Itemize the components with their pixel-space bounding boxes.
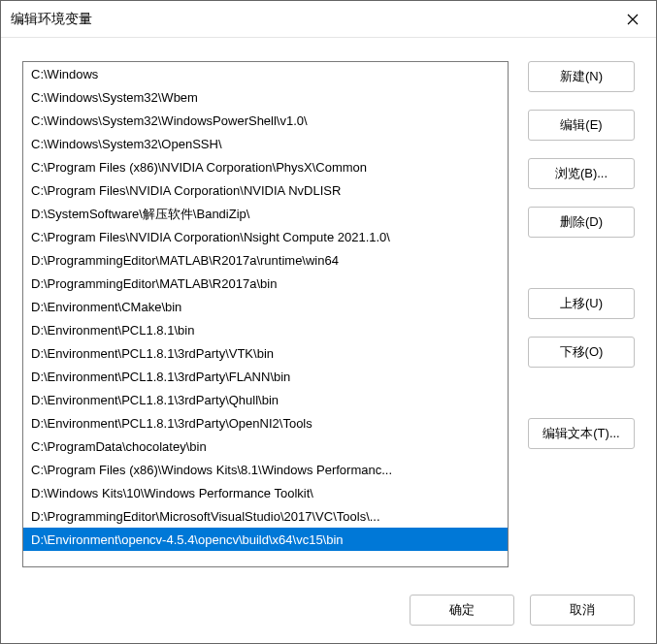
list-item[interactable]: D:\Environment\PCL1.8.1\3rdParty\VTK\bin — [23, 341, 508, 365]
list-item[interactable]: D:\SystemSoftware\解压软件\BandiZip\ — [23, 202, 508, 225]
move-group: 上移(U) 下移(O) — [528, 288, 635, 368]
list-item[interactable]: D:\Environment\CMake\bin — [23, 295, 508, 318]
list-item[interactable]: C:\ProgramData\chocolatey\bin — [23, 435, 508, 458]
list-item[interactable]: C:\Windows\System32\WindowsPowerShell\v1… — [23, 109, 508, 132]
new-button[interactable]: 新建(N) — [528, 61, 635, 92]
list-item[interactable]: D:\Environment\opencv-4.5.4\opencv\build… — [23, 528, 508, 551]
move-up-button[interactable]: 上移(U) — [528, 288, 635, 319]
text-group: 编辑文本(T)... — [528, 418, 635, 449]
list-item[interactable]: D:\Windows Kits\10\Windows Performance T… — [23, 481, 508, 504]
action-buttons-column: 新建(N) 编辑(E) 浏览(B)... 删除(D) 上移(U) 下移(O) 编… — [528, 61, 635, 567]
list-item[interactable]: D:\ProgrammingEditor\MATLAB\R2017a\runti… — [23, 248, 508, 272]
list-item[interactable]: D:\Environment\PCL1.8.1\3rdParty\Qhull\b… — [23, 388, 508, 411]
edit-group: 新建(N) 编辑(E) 浏览(B)... 删除(D) — [528, 61, 635, 238]
close-icon — [627, 14, 639, 25]
list-item[interactable]: D:\Environment\PCL1.8.1\bin — [23, 318, 508, 341]
delete-button[interactable]: 删除(D) — [528, 207, 635, 238]
dialog-footer: 确定 取消 — [1, 581, 656, 643]
list-item[interactable]: C:\Program Files\NVIDIA Corporation\Nsig… — [23, 225, 508, 248]
list-item[interactable]: D:\ProgrammingEditor\MicrosoftVisualStud… — [23, 504, 508, 528]
list-item[interactable]: C:\Windows\System32\Wbem — [23, 85, 508, 109]
list-item[interactable]: C:\Windows\System32\OpenSSH\ — [23, 132, 508, 155]
list-item[interactable]: C:\Windows — [23, 62, 508, 85]
cancel-button[interactable]: 取消 — [530, 595, 635, 626]
ok-button[interactable]: 确定 — [410, 595, 514, 626]
move-down-button[interactable]: 下移(O) — [528, 337, 635, 368]
path-list-container: C:\WindowsC:\Windows\System32\WbemC:\Win… — [22, 61, 509, 567]
list-item[interactable]: C:\Program Files (x86)\Windows Kits\8.1\… — [23, 458, 508, 481]
list-item[interactable]: D:\Environment\PCL1.8.1\3rdParty\OpenNI2… — [23, 411, 508, 435]
edit-text-button[interactable]: 编辑文本(T)... — [528, 418, 635, 449]
list-item[interactable]: C:\Program Files (x86)\NVIDIA Corporatio… — [23, 155, 508, 178]
list-item[interactable]: D:\Environment\PCL1.8.1\3rdParty\FLANN\b… — [23, 365, 508, 388]
path-list[interactable]: C:\WindowsC:\Windows\System32\WbemC:\Win… — [23, 62, 508, 566]
browse-button[interactable]: 浏览(B)... — [528, 158, 635, 189]
window-title: 编辑环境变量 — [11, 11, 92, 28]
close-button[interactable] — [609, 1, 656, 38]
titlebar: 编辑环境变量 — [1, 1, 656, 38]
list-item[interactable]: D:\ProgrammingEditor\MATLAB\R2017a\bin — [23, 272, 508, 295]
content-area: C:\WindowsC:\Windows\System32\WbemC:\Win… — [1, 38, 656, 581]
edit-button[interactable]: 编辑(E) — [528, 110, 635, 141]
list-item[interactable]: C:\Program Files\NVIDIA Corporation\NVID… — [23, 178, 508, 202]
